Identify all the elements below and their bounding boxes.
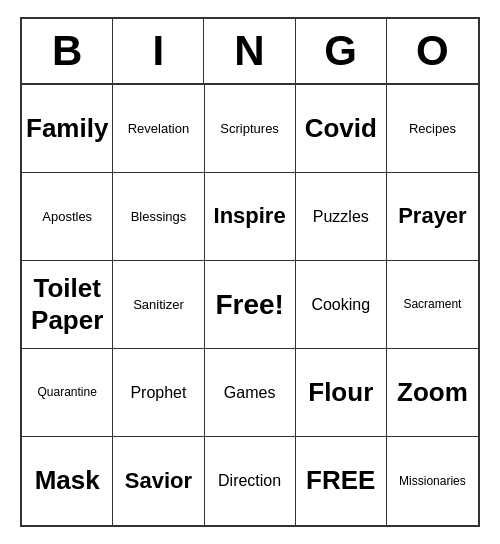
header-letter: B: [22, 19, 113, 83]
bingo-card: BINGO FamilyRevelationScripturesCovidRec…: [20, 17, 480, 527]
bingo-cell: Missionaries: [387, 437, 478, 525]
header-letter: O: [387, 19, 478, 83]
cell-text: Apostles: [42, 209, 92, 225]
cell-text: Covid: [305, 113, 377, 144]
cell-text: Zoom: [397, 377, 468, 408]
cell-text: Toilet Paper: [31, 273, 103, 335]
cell-text: Missionaries: [399, 474, 466, 488]
bingo-cell: Zoom: [387, 349, 478, 437]
bingo-cell: Puzzles: [296, 173, 387, 261]
cell-text: Prophet: [130, 383, 186, 402]
header-letter: N: [204, 19, 295, 83]
cell-text: Puzzles: [313, 207, 369, 226]
bingo-cell: Cooking: [296, 261, 387, 349]
cell-text: Quarantine: [38, 385, 97, 399]
bingo-cell: Sanitizer: [113, 261, 204, 349]
cell-text: Direction: [218, 471, 281, 490]
cell-text: Cooking: [311, 295, 370, 314]
bingo-cell: Revelation: [113, 85, 204, 173]
bingo-cell: Sacrament: [387, 261, 478, 349]
cell-text: Games: [224, 383, 276, 402]
bingo-cell: Mask: [22, 437, 113, 525]
bingo-cell: Inspire: [205, 173, 296, 261]
cell-text: Blessings: [131, 209, 187, 225]
bingo-cell: Covid: [296, 85, 387, 173]
bingo-header: BINGO: [22, 19, 478, 85]
bingo-cell: Family: [22, 85, 113, 173]
bingo-cell: Prophet: [113, 349, 204, 437]
cell-text: Recipes: [409, 121, 456, 137]
cell-text: Revelation: [128, 121, 189, 137]
cell-text: Prayer: [398, 203, 467, 229]
bingo-cell: Savior: [113, 437, 204, 525]
bingo-cell: Games: [205, 349, 296, 437]
header-letter: G: [296, 19, 387, 83]
bingo-cell: Direction: [205, 437, 296, 525]
cell-text: Inspire: [214, 203, 286, 229]
bingo-cell: Blessings: [113, 173, 204, 261]
bingo-cell: Apostles: [22, 173, 113, 261]
cell-text: Flour: [308, 377, 373, 408]
cell-text: Scriptures: [220, 121, 279, 137]
bingo-cell: Recipes: [387, 85, 478, 173]
bingo-cell: Free!: [205, 261, 296, 349]
bingo-cell: Toilet Paper: [22, 261, 113, 349]
bingo-cell: Quarantine: [22, 349, 113, 437]
bingo-grid: FamilyRevelationScripturesCovidRecipesAp…: [22, 85, 478, 525]
cell-text: Sacrament: [403, 297, 461, 311]
cell-text: FREE: [306, 465, 375, 496]
cell-text: Free!: [215, 288, 283, 322]
bingo-cell: FREE: [296, 437, 387, 525]
bingo-cell: Flour: [296, 349, 387, 437]
cell-text: Mask: [35, 465, 100, 496]
cell-text: Sanitizer: [133, 297, 184, 313]
bingo-cell: Scriptures: [205, 85, 296, 173]
bingo-cell: Prayer: [387, 173, 478, 261]
cell-text: Savior: [125, 468, 192, 494]
header-letter: I: [113, 19, 204, 83]
cell-text: Family: [26, 113, 108, 144]
